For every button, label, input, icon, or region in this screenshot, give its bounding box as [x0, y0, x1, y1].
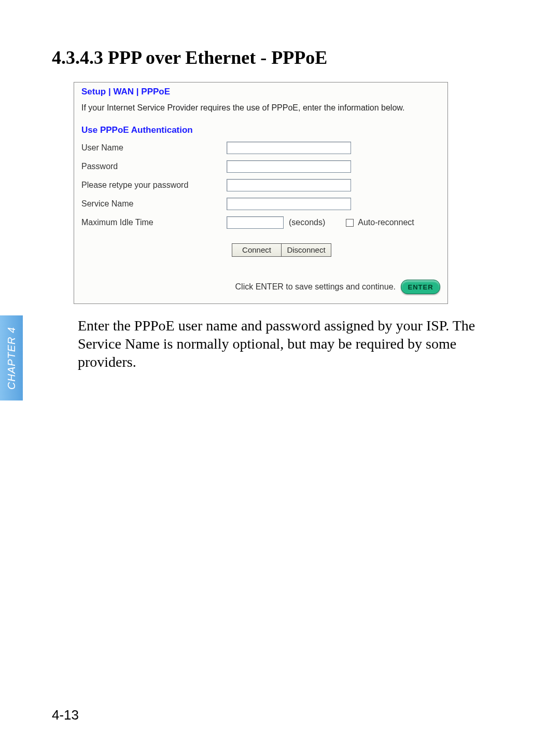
- retype-password-label: Please retype your password: [81, 181, 227, 190]
- connect-button[interactable]: Connect: [232, 243, 282, 257]
- retype-password-input[interactable]: [227, 179, 351, 191]
- seconds-label: (seconds): [289, 218, 325, 227]
- footer-text: Click ENTER to save settings and continu…: [235, 282, 396, 292]
- auto-reconnect-checkbox[interactable]: [346, 219, 354, 227]
- body-paragraph: Enter the PPPoE user name and password a…: [78, 316, 508, 371]
- intro-text: If your Internet Service Provider requir…: [81, 103, 440, 113]
- max-idle-input[interactable]: [227, 216, 284, 229]
- service-name-input[interactable]: [227, 198, 351, 210]
- section-heading: 4.3.4.3 PPP over Ethernet - PPPoE: [52, 47, 513, 68]
- max-idle-label: Maximum Idle Time: [81, 218, 227, 227]
- disconnect-button[interactable]: Disconnect: [282, 243, 331, 257]
- password-label: Password: [81, 162, 227, 171]
- chapter-tab: CHAPTER 4: [0, 315, 23, 400]
- username-label: User Name: [81, 143, 227, 153]
- breadcrumb: Setup | WAN | PPPoE: [81, 87, 440, 97]
- auto-reconnect-label: Auto-reconnect: [358, 218, 414, 227]
- auth-heading: Use PPPoE Authentication: [81, 125, 440, 135]
- password-input[interactable]: [227, 160, 351, 173]
- page-number: 4-13: [52, 707, 79, 723]
- pppoe-config-panel: Setup | WAN | PPPoE If your Internet Ser…: [74, 82, 448, 304]
- username-input[interactable]: [227, 142, 351, 154]
- enter-button[interactable]: ENTER: [401, 280, 440, 294]
- service-name-label: Service Name: [81, 199, 227, 209]
